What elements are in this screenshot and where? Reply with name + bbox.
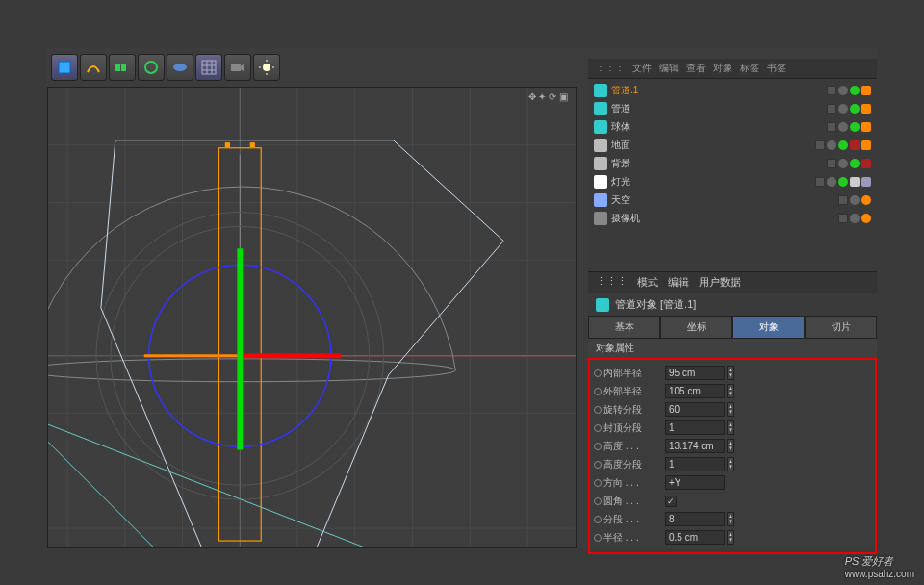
spinner-icon[interactable]: ▲▼ [727,457,734,471]
tool-plane[interactable] [167,54,193,81]
tool-deformer[interactable] [138,54,165,81]
menu-view[interactable]: 查看 [686,62,706,75]
property-value[interactable]: 1 [665,457,725,471]
menu-edit[interactable]: 编辑 [659,62,679,75]
property-checkbox[interactable]: ✓ [665,496,677,507]
visibility-dot[interactable] [827,177,836,187]
object-flags[interactable] [838,214,871,223]
object-flags[interactable] [827,104,871,114]
object-row[interactable]: 管道 [588,99,877,117]
property-value[interactable]: 13.174 cm [665,439,725,453]
spinner-icon[interactable]: ▲▼ [727,439,734,453]
layer-flag[interactable] [827,122,836,132]
tag-icon[interactable] [850,177,860,187]
property-value[interactable]: 0.5 cm [665,530,725,545]
object-name[interactable]: 管道.1 [611,84,823,97]
visibility-dot[interactable] [850,214,860,223]
property-value[interactable]: 95 cm [665,366,725,380]
spinner-icon[interactable]: ▲▼ [727,366,734,380]
visibility-dot[interactable] [838,86,848,95]
layer-flag[interactable] [827,104,836,114]
layer-flag[interactable] [815,177,825,187]
spinner-icon[interactable]: ▲▼ [727,420,734,435]
object-name[interactable]: 背景 [611,157,823,170]
menu-bookmarks[interactable]: 书签 [767,62,786,75]
tool-light[interactable] [253,54,280,81]
tag-icon[interactable] [850,140,860,150]
object-row[interactable]: 灯光 [588,172,877,191]
tab-坐标[interactable]: 坐标 [660,316,732,339]
tool-cube[interactable] [51,54,78,81]
attribute-manager-menu[interactable]: ⋮⋮⋮ 模式 编辑 用户数据 [588,271,877,293]
property-value[interactable]: 1 [665,420,725,435]
tag-icon[interactable] [861,140,871,150]
tag-icon[interactable] [861,159,871,168]
visibility-dot[interactable] [838,140,848,150]
object-flags[interactable] [827,122,871,132]
viewport-3d[interactable]: ✥ ✦ ⟳ ▣ [47,87,577,548]
layer-flag[interactable] [838,195,848,205]
layer-flag[interactable] [827,159,836,168]
object-row[interactable]: 背景 [588,154,877,172]
object-name[interactable]: 管道 [611,102,823,115]
property-value[interactable]: 105 cm [665,384,725,398]
menu-edit2[interactable]: 编辑 [668,275,689,290]
object-row[interactable]: 地面 [588,136,877,154]
menu-tags[interactable]: 标签 [740,62,759,75]
property-value[interactable]: 60 [665,402,725,417]
object-row[interactable]: 天空 [588,191,877,209]
visibility-dot[interactable] [850,195,860,205]
tab-基本[interactable]: 基本 [588,316,660,339]
object-list[interactable]: 管道.1管道球体地面背景灯光天空摄像机 [588,79,877,271]
visibility-dot[interactable] [838,177,848,187]
tag-icon[interactable] [861,86,871,95]
visibility-dot[interactable] [850,159,860,168]
menu-mode[interactable]: 模式 [637,275,658,290]
spinner-icon[interactable]: ▲▼ [727,530,734,545]
tag-icon[interactable] [861,104,871,114]
object-flags[interactable] [815,177,871,187]
tool-camera[interactable] [224,54,251,81]
object-name[interactable]: 球体 [611,120,823,134]
object-flags[interactable] [827,159,871,168]
property-value[interactable]: +Y [665,475,725,490]
object-flags[interactable] [815,140,871,150]
tag-icon[interactable] [861,122,871,132]
visibility-dot[interactable] [838,122,848,132]
object-name[interactable]: 摄像机 [611,212,834,225]
tab-对象[interactable]: 对象 [732,316,805,339]
spinner-icon[interactable]: ▲▼ [727,512,734,526]
menu-objects[interactable]: 对象 [713,62,732,75]
layer-flag[interactable] [838,214,848,223]
object-row[interactable]: 摄像机 [588,209,877,227]
viewport-nav-icons[interactable]: ✥ ✦ ⟳ ▣ [528,91,568,102]
object-name[interactable]: 地面 [611,139,811,152]
spinner-icon[interactable]: ▲▼ [727,384,734,398]
property-value[interactable]: 8 [665,512,725,526]
visibility-dot[interactable] [850,122,860,132]
object-name[interactable]: 灯光 [611,175,811,189]
menu-file[interactable]: 文件 [632,62,652,75]
object-row[interactable]: 球体 [588,117,877,136]
tool-floor[interactable] [195,54,222,81]
visibility-dot[interactable] [850,86,860,95]
object-manager-menu[interactable]: ⋮⋮⋮ 文件 编辑 查看 对象 标签 书签 [588,59,877,79]
tool-spline[interactable] [80,54,107,81]
tool-array[interactable] [109,54,136,81]
object-name[interactable]: 天空 [611,193,834,207]
visibility-dot[interactable] [838,104,848,114]
object-row[interactable]: 管道.1 [588,81,877,99]
visibility-dot[interactable] [850,104,860,114]
layer-flag[interactable] [827,86,836,95]
layer-flag[interactable] [815,140,825,150]
gizmo-move[interactable] [144,248,341,449]
tag-icon[interactable] [861,177,871,187]
visibility-dot[interactable] [861,195,871,205]
spinner-icon[interactable]: ▲▼ [727,402,734,417]
visibility-dot[interactable] [861,214,871,223]
visibility-dot[interactable] [838,159,848,168]
visibility-dot[interactable] [827,140,836,150]
object-flags[interactable] [838,195,871,205]
object-flags[interactable] [827,86,871,95]
menu-userdata[interactable]: 用户数据 [699,275,741,290]
